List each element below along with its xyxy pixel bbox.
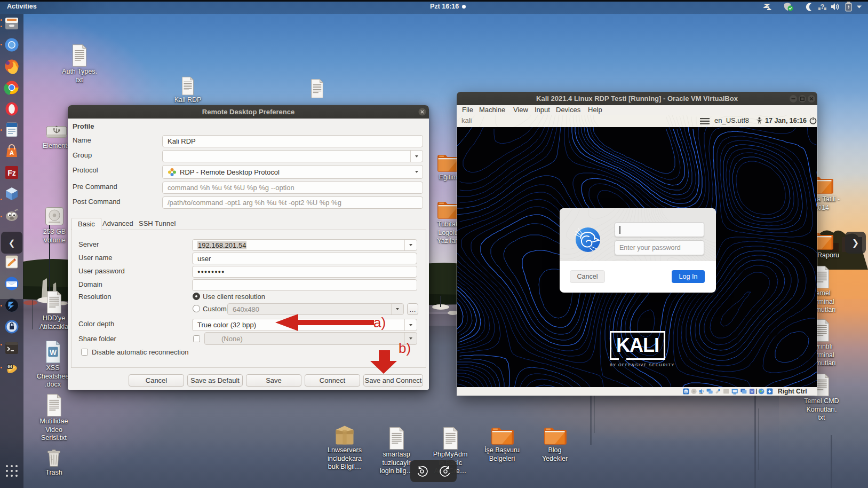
svg-text:64: 64 [8, 365, 12, 368]
svg-text:A: A [10, 149, 14, 156]
svg-text:?: ? [821, 3, 825, 11]
svg-text:V: V [751, 389, 753, 394]
svg-text:Fz: Fz [7, 169, 16, 177]
